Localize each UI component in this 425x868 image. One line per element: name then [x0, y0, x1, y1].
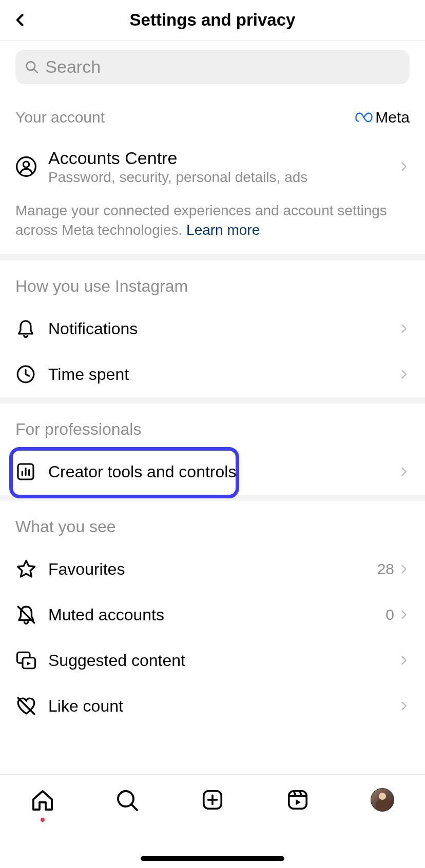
nav-search[interactable]: [85, 788, 170, 813]
page-title: Settings and privacy: [130, 10, 296, 30]
chevron-right-icon: [398, 609, 410, 620]
time-spent-label: Time spent: [48, 365, 398, 384]
muted-accounts-row[interactable]: Muted accounts 0: [0, 592, 425, 638]
meta-label: Meta: [375, 109, 410, 126]
accounts-centre-sub: Password, security, personal details, ad…: [48, 169, 398, 186]
time-spent-row[interactable]: Time spent: [0, 352, 425, 397]
reels-icon: [286, 788, 310, 812]
accounts-centre-helper: Manage your connected experiences and ac…: [0, 194, 425, 254]
chevron-right-icon: [398, 369, 410, 380]
search-box[interactable]: [15, 50, 410, 84]
header-bar: Settings and privacy: [0, 0, 425, 41]
svg-line-14: [132, 804, 138, 810]
section-title-see: What you see: [15, 517, 116, 536]
home-indicator: [141, 856, 284, 861]
accounts-centre-row[interactable]: Accounts Centre Password, security, pers…: [0, 139, 425, 194]
for-professionals-section: For professionals Creator tools and cont…: [0, 403, 425, 495]
favourites-label: Favourites: [48, 560, 377, 579]
meta-icon: [355, 112, 373, 123]
creator-tools-row[interactable]: Creator tools and controls: [0, 449, 425, 495]
heart-slash-icon: [15, 695, 48, 717]
accounts-centre-label: Accounts Centre: [48, 148, 398, 168]
section-header-account: Your account Meta: [0, 93, 425, 139]
like-count-row[interactable]: Like count: [0, 683, 425, 729]
media-icon: [15, 650, 48, 671]
suggested-content-row[interactable]: Suggested content: [0, 638, 425, 683]
suggested-content-label: Suggested content: [48, 651, 398, 670]
nav-reels[interactable]: [255, 788, 340, 812]
chevron-right-icon: [398, 323, 410, 334]
chevron-right-icon: [398, 466, 410, 477]
chevron-right-icon: [398, 700, 410, 712]
clock-icon: [15, 364, 48, 385]
notifications-label: Notifications: [48, 319, 398, 338]
chevron-right-icon: [398, 161, 410, 172]
nav-home[interactable]: [0, 788, 85, 813]
how-you-use-section: How you use Instagram Notifications Time…: [0, 260, 425, 397]
notification-dot: [41, 818, 45, 822]
chevron-right-icon: [398, 563, 410, 575]
what-you-see-section: What you see Favourites 28 Muted account…: [0, 501, 425, 729]
avatar-icon: [371, 788, 394, 812]
chevron-right-icon: [398, 655, 410, 666]
svg-rect-18: [288, 791, 306, 809]
settings-content: Your account Meta Accounts Centre Passwo…: [0, 41, 425, 774]
creator-tools-label: Creator tools and controls: [48, 462, 398, 481]
section-title-use: How you use Instagram: [15, 277, 188, 295]
search-icon: [115, 788, 140, 813]
search-icon: [25, 59, 39, 75]
chevron-left-icon: [13, 12, 28, 28]
insights-icon: [15, 461, 48, 482]
svg-point-3: [23, 162, 29, 167]
bell-icon: [15, 318, 48, 339]
favourites-count: 28: [377, 560, 398, 578]
like-count-label: Like count: [48, 697, 398, 716]
search-input[interactable]: [45, 57, 400, 77]
muted-accounts-label: Muted accounts: [48, 605, 385, 624]
favourites-row[interactable]: Favourites 28: [0, 547, 425, 592]
back-button[interactable]: [9, 9, 32, 31]
notifications-row[interactable]: Notifications: [0, 306, 425, 352]
plus-square-icon: [201, 788, 224, 812]
search-container: [0, 41, 425, 93]
section-title-pro: For professionals: [15, 420, 141, 438]
bell-slash-icon: [15, 604, 48, 625]
nav-create[interactable]: [170, 788, 255, 812]
your-account-section: Your account Meta Accounts Centre Passwo…: [0, 93, 425, 254]
nav-profile[interactable]: [340, 788, 425, 812]
bottom-nav: [0, 774, 425, 868]
section-title-account: Your account: [15, 109, 105, 126]
meta-badge: Meta: [355, 109, 410, 126]
svg-line-1: [34, 69, 37, 72]
star-icon: [15, 558, 48, 580]
home-icon: [30, 788, 55, 813]
user-circle-icon: [15, 156, 48, 177]
learn-more-link[interactable]: Learn more: [186, 222, 260, 238]
muted-accounts-count: 0: [385, 606, 398, 623]
